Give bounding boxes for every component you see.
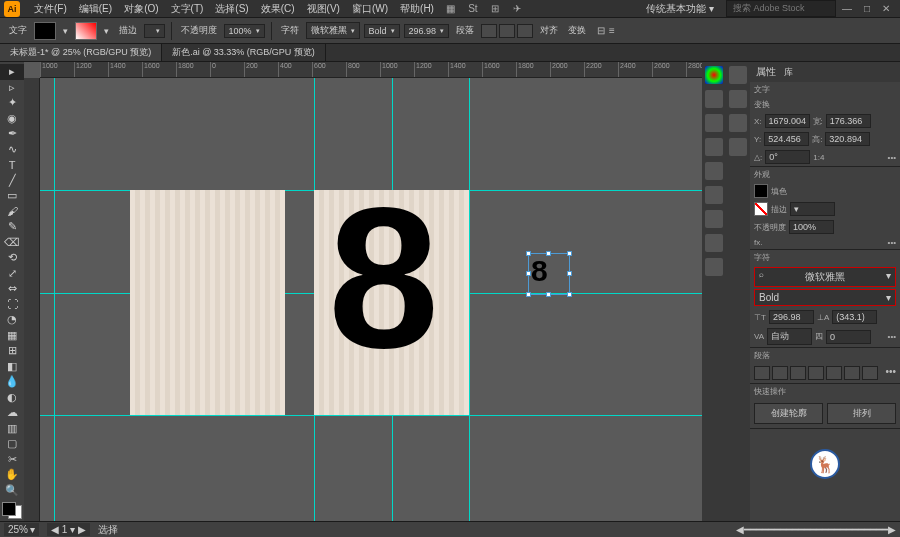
brush-tool[interactable]: 🖌	[0, 204, 24, 220]
symbol-tool[interactable]: ☁	[0, 405, 24, 421]
bridge-icon[interactable]: ▦	[443, 1, 459, 17]
x-input[interactable]: 1679.004	[765, 114, 810, 128]
type-tool[interactable]: T	[0, 157, 24, 173]
stroke-color[interactable]	[754, 202, 768, 216]
tab-doc-1[interactable]: 未标题-1* @ 25% (RGB/GPU 预览)	[0, 44, 162, 61]
canvas-area[interactable]: 1000120014001600180002004006008001000120…	[24, 62, 702, 521]
guide-v[interactable]	[54, 78, 55, 521]
blend-tool[interactable]: ◐	[0, 390, 24, 406]
font-weight-dd[interactable]: Bold▾	[754, 289, 896, 306]
links-icon[interactable]	[729, 114, 747, 132]
transparency-panel-icon[interactable]	[705, 210, 723, 228]
tab-doc-2[interactable]: 新色.ai @ 33.33% (RGB/GPU 预览)	[162, 44, 326, 61]
actions-icon[interactable]	[729, 90, 747, 108]
menu-edit[interactable]: 编辑(E)	[73, 2, 118, 16]
guide-h[interactable]	[40, 415, 702, 416]
fill-swatch[interactable]	[34, 22, 56, 40]
gradient-panel-icon[interactable]	[705, 186, 723, 204]
direct-select-tool[interactable]: ▹	[0, 80, 24, 96]
menu-object[interactable]: 对象(O)	[118, 2, 164, 16]
menu-file[interactable]: 文件(F)	[28, 2, 73, 16]
para-justify-right[interactable]	[844, 366, 860, 380]
maximize-button[interactable]: □	[858, 3, 876, 14]
artboard-tool[interactable]: ▢	[0, 436, 24, 452]
shaper-tool[interactable]: ✎	[0, 219, 24, 235]
transform-link[interactable]: 变换	[565, 24, 589, 37]
align-center-icon[interactable]	[499, 24, 515, 38]
menu-type[interactable]: 文字(T)	[165, 2, 210, 16]
stock-icon[interactable]: St	[465, 1, 481, 17]
para-justify-left[interactable]	[808, 366, 824, 380]
curvature-tool[interactable]: ∿	[0, 142, 24, 158]
swatches-panel-icon[interactable]	[705, 90, 723, 108]
ruler-vertical[interactable]	[24, 78, 40, 521]
eyedropper-tool[interactable]: 💧	[0, 374, 24, 390]
scroll-track[interactable]: ◀━━━━━━━━━━━━━━━━━━━━━━━━▶	[736, 524, 896, 535]
para-justify-all[interactable]	[862, 366, 878, 380]
selection-bounds[interactable]	[528, 253, 570, 295]
fill-color[interactable]	[754, 184, 768, 198]
mesh-tool[interactable]: ⊞	[0, 343, 24, 359]
nav-dd[interactable]: ◀ 1 ▾ ▶	[47, 523, 90, 536]
font-family-dd[interactable]: ⌕微软雅黑▾	[754, 267, 896, 287]
perspective-tool[interactable]: ▦	[0, 328, 24, 344]
menu-help[interactable]: 帮助(H)	[394, 2, 440, 16]
stroke-weight-dd[interactable]	[144, 24, 165, 38]
para-align-left[interactable]	[754, 366, 770, 380]
align-right-icon[interactable]	[517, 24, 533, 38]
stroke-swatch[interactable]	[75, 22, 97, 40]
line-tool[interactable]: ╱	[0, 173, 24, 189]
fill-stroke-swatch[interactable]	[2, 502, 22, 519]
menu-window[interactable]: 窗口(W)	[346, 2, 394, 16]
wand-tool[interactable]: ✦	[0, 95, 24, 111]
fx-label[interactable]: fx.	[754, 238, 762, 247]
kerning-input[interactable]: 自动	[767, 328, 812, 345]
para-link[interactable]: 段落	[453, 24, 477, 37]
tracking-input[interactable]: 0	[826, 330, 871, 344]
graph-tool[interactable]: ▥	[0, 421, 24, 437]
h-input[interactable]: 320.894	[825, 132, 870, 146]
brushes-panel-icon[interactable]	[705, 114, 723, 132]
lasso-tool[interactable]: ◉	[0, 111, 24, 127]
stroke-w-input[interactable]: ▾	[790, 202, 835, 216]
weight-dd[interactable]: Bold	[364, 24, 400, 38]
scale-tool[interactable]: ⤢	[0, 266, 24, 282]
rect-tool[interactable]: ▭	[0, 188, 24, 204]
color-panel-icon[interactable]	[705, 66, 723, 84]
slice-tool[interactable]: ✂	[0, 452, 24, 468]
text-object-large[interactable]: 8	[328, 178, 439, 378]
panel-menu-icon[interactable]: ≡	[609, 25, 615, 36]
libraries-icon[interactable]	[729, 66, 747, 84]
selection-tool[interactable]: ▸	[0, 64, 24, 80]
rotate-tool[interactable]: ⟲	[0, 250, 24, 266]
angle-input[interactable]: 0°	[765, 150, 810, 164]
size-dd[interactable]: 296.98	[404, 24, 450, 38]
width-tool[interactable]: ⇔	[0, 281, 24, 297]
symbols-panel-icon[interactable]	[705, 138, 723, 156]
zoom-tool[interactable]: 🔍	[0, 483, 24, 499]
align-left-icon[interactable]	[481, 24, 497, 38]
guide-v[interactable]	[469, 78, 470, 521]
font-dd[interactable]: 微软雅黑	[306, 22, 360, 39]
leading-input[interactable]: (343.1)	[832, 310, 877, 324]
opacity-input[interactable]: 100%	[789, 220, 834, 234]
workspace-switcher[interactable]: 传统基本功能 ▾	[640, 2, 720, 16]
arrange-icon[interactable]: ⊞	[487, 1, 503, 17]
menu-select[interactable]: 选择(S)	[209, 2, 254, 16]
font-size-input[interactable]: 296.98	[769, 310, 814, 324]
para-align-center[interactable]	[772, 366, 788, 380]
hand-tool[interactable]: ✋	[0, 467, 24, 483]
align-link[interactable]: 对齐	[537, 24, 561, 37]
zoom-dd[interactable]: 25%▾	[4, 523, 39, 536]
eraser-tool[interactable]: ⌫	[0, 235, 24, 251]
para-justify-center[interactable]	[826, 366, 842, 380]
close-button[interactable]: ✕	[876, 3, 896, 14]
artboards-icon[interactable]	[729, 138, 747, 156]
opacity-dd[interactable]: 100%	[224, 24, 265, 38]
send-icon[interactable]: ✈	[509, 1, 525, 17]
ruler-horizontal[interactable]: 1000120014001600180002004006008001000120…	[40, 62, 702, 78]
para-align-right[interactable]	[790, 366, 806, 380]
create-outlines-button[interactable]: 创建轮廓	[754, 403, 823, 424]
menu-view[interactable]: 视图(V)	[301, 2, 346, 16]
pen-tool[interactable]: ✒	[0, 126, 24, 142]
